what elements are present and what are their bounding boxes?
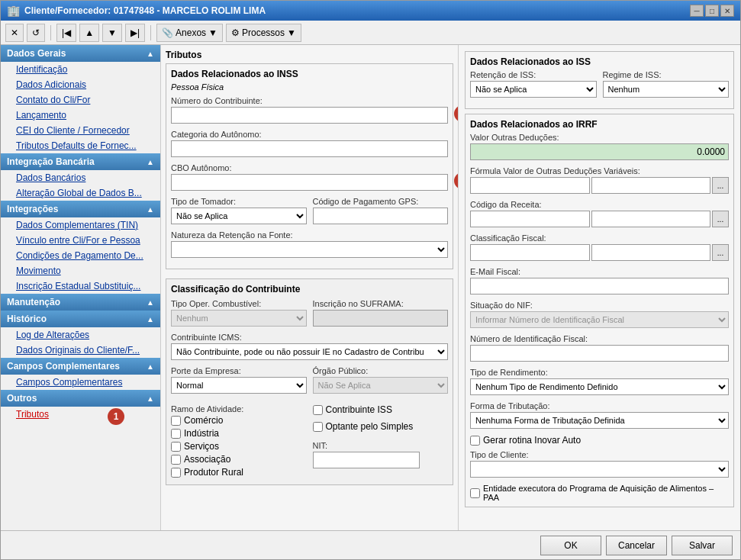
toolbar-close-btn[interactable]: ✕ (5, 24, 24, 42)
natureza-retencao-select[interactable] (171, 241, 448, 258)
formula-input1[interactable] (470, 177, 590, 194)
sidebar-item-identificacao[interactable]: Identificação (1, 62, 160, 77)
optante-simples-checkbox[interactable] (313, 422, 323, 432)
cbo-autonomo-input[interactable] (171, 174, 448, 191)
orgao-publico-select[interactable]: Não Se Aplica (313, 377, 449, 394)
sidebar-item-dados-originais[interactable]: Dados Originais do Cliente/F... (1, 343, 160, 358)
numero-identificacao-label: Número de Identificação Fiscal: (470, 334, 729, 343)
sidebar-section-outros[interactable]: Outros ▲ (1, 390, 160, 407)
email-fiscal-label: E-Mail Fiscal: (470, 267, 729, 276)
sidebar-item-dados-adicionais[interactable]: Dados Adicionais (1, 77, 160, 92)
toolbar-refresh-btn[interactable]: ↺ (27, 24, 45, 42)
bottom-bar: OK Cancelar Salvar (1, 530, 740, 559)
title-bar: 🏢 Cliente/Fornecedor: 01747848 - MARCELO… (1, 1, 740, 21)
gerar-inovar-checkbox[interactable] (470, 436, 480, 446)
cancel-button[interactable]: Cancelar (606, 536, 667, 555)
sidebar-item-inscricao[interactable]: Inscrição Estadual Substituiç... (1, 278, 160, 294)
sidebar-item-cei[interactable]: CEI do Cliente / Fornecedor (1, 123, 160, 138)
sidebar-item-tributos-defaults[interactable]: Tributos Defaults de Fornec... (1, 138, 160, 153)
inscricao-suframa-group: Inscrição no SUFRAMA: (313, 299, 449, 327)
anexos-button[interactable]: 📎 Anexos ▼ (156, 24, 223, 42)
toolbar-last-btn[interactable]: ▶| (125, 24, 145, 42)
save-button[interactable]: Salvar (672, 536, 733, 555)
sidebar-section-manutencao[interactable]: Manutenção ▲ (1, 294, 160, 311)
retencao-iss-group: Retenção de ISS: Não se Aplica (470, 70, 597, 98)
sidebar-section-integracoes[interactable]: Integrações ▲ (1, 201, 160, 217)
sidebar-item-movimento[interactable]: Movimento (1, 263, 160, 278)
numero-contribuinte-input[interactable] (171, 107, 448, 124)
categoria-autonomo-label: Categoria do Autônomo: (171, 130, 448, 139)
sidebar-item-dados-complementares[interactable]: Dados Complementares (TIN) (1, 217, 160, 233)
sidebar-section-historico[interactable]: Histórico ▲ (1, 311, 160, 327)
email-fiscal-input[interactable] (470, 278, 729, 294)
toolbar-first-btn[interactable]: |◀ (56, 24, 76, 42)
sidebar-section-campos[interactable]: Campos Complementares ▲ (1, 358, 160, 375)
codigo-gps-input[interactable] (313, 208, 449, 224)
inscricao-suframa-input[interactable] (313, 310, 449, 327)
toolbar-prev-btn[interactable]: ▲ (79, 24, 99, 42)
tipo-cliente-select[interactable] (470, 461, 729, 478)
sidebar-section-integracao-bancaria[interactable]: Integração Bancária ▲ (1, 153, 160, 170)
tipo-tomador-select[interactable]: Não se Aplica (171, 208, 307, 224)
sidebar-item-tributos[interactable]: Tributos (1, 407, 55, 422)
valor-deducoes-input[interactable] (470, 143, 729, 160)
porte-empresa-label: Porte da Empresa: (171, 366, 307, 375)
produtor-rural-label: Produtor Rural (184, 467, 243, 478)
sidebar-item-vinculo[interactable]: Vínculo entre Cli/For e Pessoa (1, 233, 160, 248)
codigo-receita-input1[interactable] (470, 211, 590, 227)
entidade-checkbox[interactable] (470, 488, 480, 498)
annotation-circle-2: 2 (454, 105, 458, 122)
comercio-checkbox[interactable] (171, 416, 181, 426)
porte-empresa-select[interactable]: Normal (171, 377, 307, 394)
checkbox-produtor-rural: Produtor Rural (171, 467, 307, 478)
sidebar-item-log[interactable]: Log de Alterações (1, 327, 160, 343)
produtor-rural-checkbox[interactable] (171, 468, 181, 478)
sidebar-item-lancamento[interactable]: Lançamento (1, 108, 160, 123)
sidebar-section-dados-gerais[interactable]: Dados Gerais ▲ (1, 45, 160, 62)
processos-button[interactable]: ⚙ Processos ▼ (226, 24, 301, 42)
categoria-autonomo-input[interactable] (171, 140, 448, 157)
classificacao-fiscal-group: Classificação Fiscal: ... (470, 233, 729, 261)
situacao-nif-select[interactable]: Informar Número de Identificação Fiscal (470, 311, 729, 328)
nit-input[interactable] (313, 452, 420, 468)
minimize-button[interactable]: ─ (690, 5, 704, 17)
maximize-button[interactable]: □ (705, 5, 719, 17)
toolbar-next-btn[interactable]: ▼ (102, 24, 122, 42)
window-title: Cliente/Fornecedor: 01747848 - MARCELO R… (24, 5, 266, 16)
numero-identificacao-input[interactable] (470, 345, 729, 362)
codigo-receita-browse-btn[interactable]: ... (712, 211, 729, 227)
codigo-receita-row: ... (470, 211, 729, 227)
contribuinte-iss-checkbox[interactable] (313, 405, 323, 415)
close-window-button[interactable]: ✕ (720, 5, 734, 17)
orgao-publico-label: Órgão Público: (313, 366, 449, 375)
codigo-receita-input2[interactable] (591, 211, 711, 227)
tipo-oper-select[interactable]: Nenhum (171, 310, 307, 327)
nit-label: NIT: (313, 441, 449, 450)
forma-tributacao-select[interactable]: Nenhuma Forma de Tributação Definida (470, 412, 729, 429)
classificacao-fiscal-input2[interactable] (591, 244, 711, 261)
servicos-checkbox[interactable] (171, 442, 181, 452)
sidebar-item-campos-complementares[interactable]: Campos Complementares (1, 375, 160, 390)
tipo-rendimento-select[interactable]: Nenhum Tipo de Rendimento Definido (470, 378, 729, 395)
sidebar-item-alteracao-global[interactable]: Alteração Global de Dados B... (1, 185, 160, 201)
classificacao-fiscal-browse-btn[interactable]: ... (712, 244, 729, 261)
right-panel: Dados Relacionados ao ISS Retenção de IS… (458, 45, 740, 530)
formula-browse-btn[interactable]: ... (712, 177, 729, 194)
sidebar-item-contato[interactable]: Contato do Cli/For (1, 92, 160, 108)
associacao-checkbox[interactable] (171, 455, 181, 465)
retencao-iss-select[interactable]: Não se Aplica (470, 81, 597, 98)
sidebar-item-condicoes[interactable]: Condições de Pagamento De... (1, 248, 160, 263)
sidebar-item-dados-bancarios[interactable]: Dados Bancários (1, 170, 160, 185)
inscricao-suframa-label: Inscrição no SUFRAMA: (313, 299, 449, 308)
manutencao-chevron: ▲ (147, 298, 154, 307)
ok-button[interactable]: OK (540, 536, 601, 555)
classificacao-fiscal-input1[interactable] (470, 244, 590, 261)
regime-iss-select[interactable]: Nenhum (603, 81, 730, 98)
industria-label: Indústria (184, 428, 219, 439)
tipo-rendimento-group: Tipo de Rendimento: Nenhum Tipo de Rendi… (470, 368, 729, 395)
numero-identificacao-group: Número de Identificação Fiscal: (470, 334, 729, 362)
valor-deducoes-label: Valor Outras Deduções: (470, 133, 729, 142)
contribuinte-icms-select[interactable]: Não Contribuinte, pode ou não possuir IE… (171, 343, 448, 360)
formula-input2[interactable] (591, 177, 711, 194)
industria-checkbox[interactable] (171, 429, 181, 439)
